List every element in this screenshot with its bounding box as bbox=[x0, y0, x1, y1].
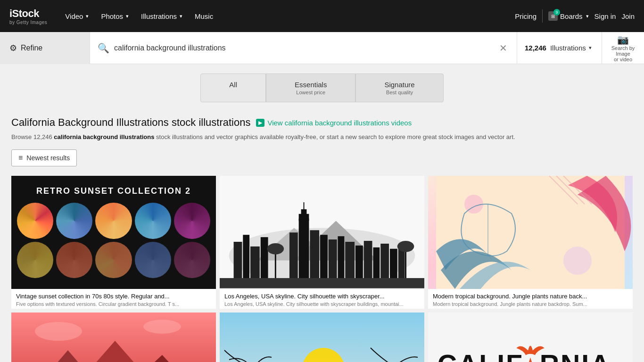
nav-pricing[interactable]: Pricing bbox=[515, 12, 537, 20]
results-count: 12,246 bbox=[525, 44, 546, 52]
photos-dropdown-arrow: ▾ bbox=[126, 13, 129, 19]
svg-point-41 bbox=[35, 322, 82, 341]
boards-label: Boards bbox=[560, 12, 583, 20]
image-card-sunset[interactable] bbox=[220, 313, 424, 362]
newest-label: Newest results bbox=[26, 154, 70, 162]
svg-rect-27 bbox=[220, 278, 424, 288]
image-thumb-retro: RETRO SUNSET COLLECTION 2 bbox=[11, 176, 216, 289]
search-bar: ⚙ Refine 🔍 ✕ 12,246 Illustrations ▾ 📷 Se… bbox=[0, 32, 644, 64]
svg-rect-13 bbox=[320, 235, 328, 279]
svg-rect-4 bbox=[243, 235, 249, 279]
image-caption-skyline: Los Angeles, USA skyline. City silhouett… bbox=[220, 289, 424, 309]
retro-circle-8 bbox=[95, 242, 132, 278]
tab-all[interactable]: All bbox=[200, 74, 266, 102]
svg-point-30 bbox=[563, 247, 592, 275]
search-input[interactable] bbox=[114, 44, 497, 52]
svg-point-26 bbox=[397, 241, 414, 252]
image-card-tropical[interactable]: Modern tropical background. Jungle plant… bbox=[428, 176, 633, 309]
retro-circle-5 bbox=[174, 203, 210, 239]
nav-illustrations[interactable]: Illustrations ▾ bbox=[136, 8, 187, 24]
retro-circle-6 bbox=[17, 242, 53, 278]
boards-icon: ⊞ 9 bbox=[548, 11, 558, 21]
video-link[interactable]: ▶ View california background illustratio… bbox=[256, 119, 412, 127]
nav-video[interactable]: Video ▾ bbox=[60, 8, 93, 24]
image-desc-skyline: Los Angeles, USA skyline. City silhouett… bbox=[224, 301, 420, 307]
image-card-skyline[interactable]: Los Angeles, USA skyline. City silhouett… bbox=[220, 176, 424, 309]
svg-rect-12 bbox=[310, 230, 319, 279]
image-thumb-pink bbox=[11, 313, 216, 362]
retro-title-text: RETRO SUNSET COLLECTION 2 bbox=[36, 186, 191, 196]
svg-rect-18 bbox=[364, 241, 372, 279]
clear-search-icon[interactable]: ✕ bbox=[497, 41, 509, 56]
image-thumb-skyline bbox=[220, 176, 424, 289]
page-title-area: California Background Illustrations stoc… bbox=[11, 116, 633, 129]
search-by-image-button[interactable]: 📷 Search by Imageor video bbox=[602, 32, 644, 64]
svg-rect-20 bbox=[380, 243, 389, 279]
nav-music[interactable]: Music bbox=[190, 8, 218, 24]
newest-results-button[interactable]: ≡ Newest results bbox=[11, 149, 77, 166]
svg-rect-6 bbox=[261, 237, 268, 279]
refine-label: Refine bbox=[21, 44, 42, 52]
sort-icon: ≡ bbox=[18, 154, 23, 162]
svg-point-24 bbox=[267, 243, 284, 254]
logo-sub: by Getty Images bbox=[9, 20, 47, 25]
image-desc-retro: Five options with textured versions. Cir… bbox=[16, 301, 211, 307]
refine-icon: ⚙ bbox=[9, 43, 17, 53]
retro-circle-1 bbox=[17, 203, 53, 239]
search-icon: 🔍 bbox=[98, 42, 109, 54]
svg-rect-15 bbox=[338, 236, 345, 279]
tab-essentials-label: Essentials bbox=[295, 81, 327, 89]
main-content: California Background Illustrations stoc… bbox=[0, 107, 644, 362]
svg-rect-21 bbox=[390, 248, 397, 279]
retro-circle-2 bbox=[56, 203, 92, 239]
image-title-tropical: Modern tropical background. Jungle plant… bbox=[433, 293, 628, 300]
illustrations-dropdown-arrow: ▾ bbox=[180, 13, 182, 19]
search-count-area: 12,246 Illustrations ▾ bbox=[517, 32, 602, 64]
nav-photos[interactable]: Photos ▾ bbox=[96, 8, 133, 24]
image-title-skyline: Los Angeles, USA skyline. City silhouett… bbox=[224, 293, 420, 300]
svg-rect-10 bbox=[304, 202, 305, 212]
results-type-chevron: ▾ bbox=[589, 45, 592, 51]
logo-istock: iStock bbox=[9, 8, 47, 20]
refine-button[interactable]: ⚙ Refine bbox=[0, 32, 90, 64]
retro-circles-grid bbox=[17, 203, 210, 278]
nav-divider bbox=[542, 9, 543, 23]
image-thumb-california-text: CALIF RNIA bbox=[428, 313, 633, 362]
tab-signature[interactable]: Signature Best quality bbox=[355, 74, 443, 102]
image-grid-bottom: CALIF RNIA bbox=[11, 313, 633, 362]
browse-keyword: california background illustrations bbox=[54, 133, 154, 140]
svg-rect-14 bbox=[329, 239, 337, 279]
nav-signin[interactable]: Sign in bbox=[594, 12, 616, 20]
retro-circle-4 bbox=[135, 203, 171, 239]
tab-essentials-sublabel: Lowest price bbox=[295, 90, 327, 95]
boards-dropdown-arrow: ▾ bbox=[586, 13, 589, 19]
image-card-california-text[interactable]: CALIF RNIA bbox=[428, 313, 633, 362]
page-title: California Background Illustrations stoc… bbox=[11, 116, 250, 129]
logo[interactable]: iStock by Getty Images bbox=[9, 8, 47, 25]
tropical-svg bbox=[428, 176, 633, 289]
california-text-svg: CALIF RNIA bbox=[428, 313, 633, 362]
retro-circle-9 bbox=[135, 242, 171, 278]
retro-circle-3 bbox=[95, 203, 132, 239]
image-title-retro: Vintage sunset collection in 70s 80s sty… bbox=[16, 293, 211, 300]
image-card-retro[interactable]: RETRO SUNSET COLLECTION 2 bbox=[11, 176, 216, 309]
pink-mountain-svg bbox=[11, 313, 216, 362]
retro-circle-7 bbox=[56, 242, 92, 278]
nav-join[interactable]: Join bbox=[621, 12, 635, 20]
nav-boards[interactable]: ⊞ 9 Boards ▾ bbox=[548, 11, 589, 21]
results-type-dropdown[interactable]: Illustrations ▾ bbox=[550, 44, 592, 52]
image-card-pink[interactable] bbox=[11, 313, 216, 362]
tab-all-label: All bbox=[229, 81, 237, 89]
skyline-svg bbox=[220, 195, 424, 289]
browse-pre: Browse 12,246 bbox=[11, 133, 54, 140]
video-camera-icon: ▶ bbox=[256, 119, 264, 127]
svg-rect-17 bbox=[355, 245, 363, 279]
video-link-label: View california background illustrations… bbox=[267, 119, 412, 127]
svg-rect-7 bbox=[299, 218, 309, 279]
tropical-illustration bbox=[428, 176, 633, 289]
video-dropdown-arrow: ▾ bbox=[86, 13, 89, 19]
browse-post: stock illustrations and vector graphics … bbox=[154, 133, 515, 140]
svg-rect-11 bbox=[289, 232, 298, 279]
tab-essentials[interactable]: Essentials Lowest price bbox=[266, 74, 355, 102]
nav-right: Pricing ⊞ 9 Boards ▾ Sign in Join bbox=[515, 9, 635, 23]
